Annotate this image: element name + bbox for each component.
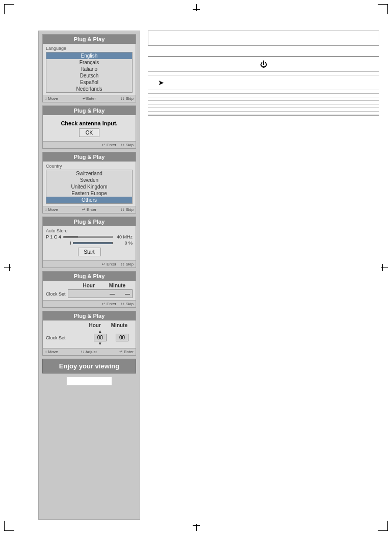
power-symbol: ⏻	[148, 60, 379, 68]
section-title-3: Plug & Play	[43, 152, 136, 162]
nav-enter-5: ↵ Enter	[102, 302, 116, 306]
section-title-5: Plug & Play	[43, 272, 136, 281]
nav-bar-2: ↵ Enter ↕↕ Skip	[43, 141, 136, 148]
country-uk[interactable]: United Kingdom	[46, 183, 132, 190]
nav-enter-3: ↵ Enter	[82, 207, 96, 212]
clock-set-row-2: Clock Set ▲ 00 ▼ 00	[46, 329, 133, 346]
lang-deutsch[interactable]: Deutsch	[46, 72, 132, 79]
section-title-1: Plug & Play	[43, 35, 136, 44]
country-switzerland[interactable]: Switzerland	[46, 170, 132, 177]
right-line-9	[148, 108, 379, 108]
hour-arrow-down[interactable]: ▼	[98, 341, 102, 346]
nav-bar-1: ↕ Move ↵Enter ↕↕ Skip	[43, 95, 136, 102]
section-content-2: Check antenna Input. OK	[43, 115, 136, 141]
enjoy-text: Enjoy your viewing	[43, 362, 136, 370]
nav-enter-4: ↵ Enter	[102, 262, 116, 266]
nav-enter-6: ↵ Enter	[119, 350, 134, 354]
language-label: Language	[46, 46, 133, 51]
crosshair-bottom	[191, 521, 201, 531]
clock-set-label-1: Clock Set	[46, 291, 66, 297]
auto-store-label: Auto Store	[46, 228, 133, 233]
corner-mark-br	[378, 521, 388, 531]
nav-bar-3: ↕ Move ↵ Enter ↕↕ Skip	[43, 206, 136, 213]
nav-enter-1: ↵Enter	[83, 96, 96, 101]
nav-skip-2: ↕↕ Skip	[120, 143, 134, 147]
nav-move-1: ↕ Move	[45, 96, 58, 101]
hour-arrow-up[interactable]: ▲	[98, 329, 102, 334]
auto-store-row: P 1 C 4 40 MHz	[46, 234, 133, 239]
section-title-4: Plug & Play	[43, 217, 136, 226]
lang-italiano[interactable]: Italiano	[46, 66, 132, 72]
section-title-6: Plug & Play	[43, 311, 136, 320]
corner-mark-bl	[4, 521, 14, 531]
nav-skip-1: ↕↕ Skip	[120, 96, 134, 101]
enjoy-box: Enjoy your viewing	[42, 359, 136, 373]
country-eastern-europe[interactable]: Eastern Europe	[46, 190, 132, 197]
nav-skip-5: ↕↕ Skip	[120, 302, 134, 306]
clock-dashes[interactable]: — —	[68, 289, 133, 298]
section-plug-play-6: Plug & Play Hour Minute Clock Set ▲ 00 ▼…	[42, 311, 136, 356]
progress-bar	[63, 236, 113, 238]
top-bar	[148, 31, 379, 46]
section-content-3: Country Switzerland Sweden United Kingdo…	[43, 162, 136, 206]
lang-francais[interactable]: Français	[46, 59, 132, 66]
lang-espanol[interactable]: Español	[46, 79, 132, 86]
nav-move-3: ↕ Move	[45, 207, 58, 212]
progress-bar-fill	[64, 236, 79, 237]
country-label: Country	[46, 164, 133, 169]
section-content-1: Language English Français Italiano Deuts…	[43, 44, 136, 95]
nav-skip-3: ↕↕ Skip	[120, 207, 134, 212]
nav-skip-4: ↕↕ Skip	[120, 262, 134, 266]
country-list[interactable]: Switzerland Sweden United Kingdom Easter…	[46, 170, 133, 204]
country-others[interactable]: Others	[46, 197, 132, 203]
lang-english[interactable]: English	[46, 52, 132, 59]
clock-hour-dash: —	[110, 291, 115, 297]
clock-set-label-2: Clock Set	[46, 335, 66, 340]
section-title-2: Plug & Play	[43, 106, 136, 115]
left-panel: Plug & Play Language English Français It…	[38, 31, 140, 520]
right-line-5	[148, 93, 379, 94]
clock-minute-label-1: Minute	[109, 283, 125, 288]
crosshair-left	[4, 262, 14, 273]
antenna-text: Check antenna Input.	[46, 117, 133, 128]
section-plug-play-5: Plug & Play Hour Minute Clock Set — — ↵ …	[42, 271, 136, 308]
crosshair-top	[191, 4, 201, 14]
section-content-4: Auto Store P 1 C 4 40 MHz 0 % Start	[43, 226, 136, 260]
lang-nederlands[interactable]: Nederlands	[46, 86, 132, 92]
ok-button[interactable]: OK	[79, 128, 99, 137]
start-button[interactable]: Start	[78, 248, 101, 256]
clock-hour-label-1: Hour	[83, 283, 94, 288]
arrow-symbol: ➤	[158, 78, 379, 87]
section-plug-play-1: Plug & Play Language English Français It…	[42, 34, 136, 102]
clock-minute-dash: —	[125, 291, 130, 297]
right-line-3	[148, 75, 379, 75]
clock-minute-box: 00	[116, 334, 128, 341]
nav-move-6: ↕ Move	[45, 350, 58, 354]
clock-hour-val[interactable]: 00	[94, 334, 107, 341]
right-line-6	[148, 97, 379, 97]
language-list[interactable]: English Français Italiano Deutsch Españo…	[46, 52, 133, 93]
section-plug-play-2: Plug & Play Check antenna Input. OK ↵ En…	[42, 105, 136, 149]
section-content-6: Hour Minute Clock Set ▲ 00 ▼ 00	[43, 320, 136, 348]
right-panel: ⏻ ➤	[148, 31, 379, 520]
clock-minute-val[interactable]: 00	[116, 334, 128, 341]
right-line-7	[148, 100, 379, 101]
clock-minute-label-2: Minute	[111, 323, 127, 328]
bottom-white-box	[66, 377, 112, 386]
nav-bar-5: ↵ Enter ↕↕ Skip	[43, 300, 136, 307]
right-line-4	[148, 90, 379, 90]
crosshair-right	[378, 262, 388, 273]
country-sweden[interactable]: Sweden	[46, 177, 132, 183]
percent-label: 0 %	[115, 240, 133, 246]
clock-values-2: ▲ 00 ▼ 00	[68, 329, 133, 346]
right-line-11	[148, 115, 379, 116]
right-line-10	[148, 111, 379, 112]
section-plug-play-3: Plug & Play Country Switzerland Sweden U…	[42, 152, 136, 213]
nav-enter-2: ↵ Enter	[102, 143, 116, 147]
clock-set-row-1: Clock Set — —	[46, 289, 133, 298]
right-line-1	[148, 56, 379, 57]
section-content-5: Hour Minute Clock Set — —	[43, 281, 136, 300]
corner-mark-tr	[378, 4, 388, 14]
section-plug-play-4: Plug & Play Auto Store P 1 C 4 40 MHz 0 …	[42, 217, 136, 268]
nav-bar-4: ↵ Enter ↕↕ Skip	[43, 260, 136, 268]
